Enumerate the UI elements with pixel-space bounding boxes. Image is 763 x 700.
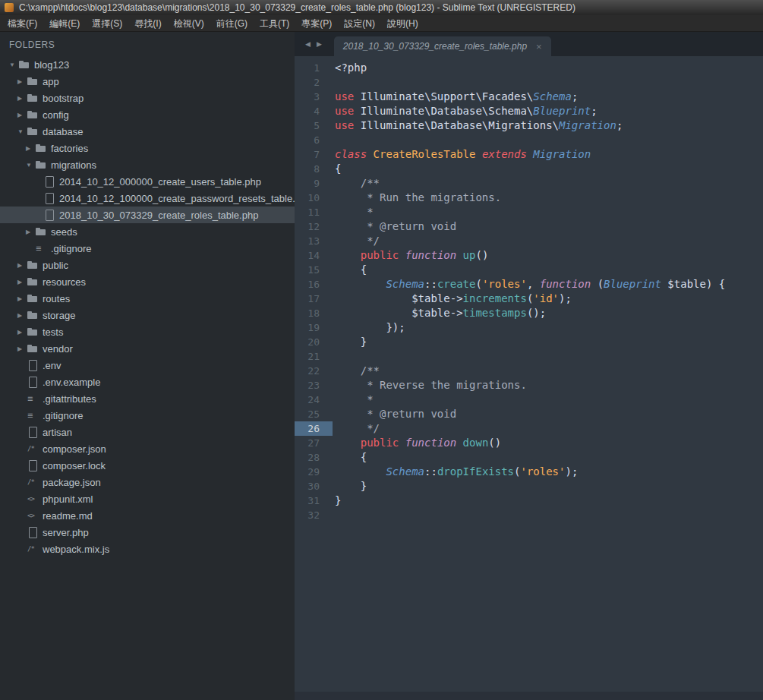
code-line-32[interactable]: 32 — [295, 508, 763, 522]
horizontal-scrollbar[interactable] — [295, 692, 763, 700]
code-line-17[interactable]: 17 $table->increments('id'); — [295, 292, 763, 306]
expand-icon[interactable]: ▶ — [17, 262, 27, 269]
code-line-18[interactable]: 18 $table->timestamps(); — [295, 306, 763, 320]
code-line-14[interactable]: 14 public function up() — [295, 248, 763, 263]
code-line-19[interactable]: 19 }); — [295, 320, 763, 335]
code-line-25[interactable]: 25 * @return void — [295, 407, 763, 421]
tree-item-app[interactable]: ▶app — [0, 73, 295, 90]
code-line-22[interactable]: 22 /** — [295, 364, 763, 378]
tree-item-storage[interactable]: ▶storage — [0, 307, 295, 323]
tree-item-factories[interactable]: ▶factories — [0, 140, 295, 156]
code-line-11[interactable]: 11 * — [295, 205, 763, 219]
tree-item-2014-10-12-100000-create-password-resets-table-php[interactable]: 2014_10_12_100000_create_password_resets… — [0, 190, 295, 207]
title-bar[interactable]: C:\xampp\htdocs\blog123\database\migrati… — [0, 0, 763, 15]
tree-item--gitignore[interactable]: ≡.gitignore — [0, 407, 295, 424]
tree-item-label: app — [43, 76, 59, 87]
tree-item-composer-json[interactable]: /*composer.json — [0, 440, 295, 457]
tree-item-2014-10-12-000000-create-users-table-php[interactable]: 2014_10_12_000000_create_users_table.php — [0, 173, 295, 190]
file-icon: <> — [27, 493, 41, 504]
tree-item-config[interactable]: ▶config — [0, 106, 295, 123]
code-line-15[interactable]: 15 { — [295, 263, 763, 277]
tree-item-package-json[interactable]: /*package.json — [0, 474, 295, 490]
folder-tree: ▼blog123▶app▶bootstrap▶config▼database▶f… — [0, 56, 295, 557]
tree-item-server-php[interactable]: server.php — [0, 524, 295, 541]
code-line-31[interactable]: 31} — [295, 493, 763, 508]
tree-item--env-example[interactable]: .env.example — [0, 374, 295, 390]
code-line-12[interactable]: 12 * @return void — [295, 219, 763, 234]
menu-item[interactable]: 尋找(I) — [128, 15, 167, 32]
tree-item-database[interactable]: ▼database — [0, 123, 295, 140]
expand-icon[interactable]: ▶ — [17, 329, 27, 336]
code-line-1[interactable]: 1<?php — [295, 61, 763, 75]
tree-item-routes[interactable]: ▶routes — [0, 290, 295, 307]
code-line-26[interactable]: 26 */ — [295, 421, 763, 436]
expand-icon[interactable]: ▶ — [17, 78, 27, 85]
code-line-5[interactable]: 5use Illuminate\Database\Migrations\Migr… — [295, 118, 763, 133]
menu-item[interactable]: 檢視(V) — [168, 15, 210, 32]
code-line-10[interactable]: 10 * Run the migrations. — [295, 191, 763, 205]
menu-item[interactable]: 檔案(F) — [2, 15, 43, 32]
line-number: 21 — [295, 349, 333, 364]
code-line-8[interactable]: 8{ — [295, 162, 763, 176]
tree-item--env[interactable]: .env — [0, 357, 295, 374]
tree-item-tests[interactable]: ▶tests — [0, 323, 295, 340]
folder-icon — [27, 93, 41, 103]
tree-item-resources[interactable]: ▶resources — [0, 273, 295, 290]
collapse-icon[interactable]: ▼ — [9, 61, 19, 68]
tree-item-phpunit-xml[interactable]: <>phpunit.xml — [0, 490, 295, 507]
expand-icon[interactable]: ▶ — [26, 229, 36, 235]
expand-icon[interactable]: ▶ — [17, 95, 27, 102]
tab-back-icon[interactable]: ◀ — [305, 40, 311, 48]
line-number: 25 — [295, 407, 333, 421]
code-line-16[interactable]: 16 Schema::create('roles', function (Blu… — [295, 277, 763, 292]
tab-create-roles-table[interactable]: 2018_10_30_073329_create_roles_table.php… — [334, 36, 551, 56]
expand-icon[interactable]: ▶ — [17, 345, 27, 352]
tab-forward-icon[interactable]: ▶ — [317, 40, 322, 48]
code-line-6[interactable]: 6 — [295, 133, 763, 147]
expand-icon[interactable]: ▶ — [17, 312, 27, 319]
menu-item[interactable]: 專案(P) — [295, 15, 338, 32]
tab-close-icon[interactable]: × — [536, 42, 542, 52]
code-line-21[interactable]: 21 — [295, 349, 763, 364]
tree-item-seeds[interactable]: ▶seeds — [0, 223, 295, 240]
tree-item-2018-10-30-073329-create-roles-table-php[interactable]: 2018_10_30_073329_create_roles_table.php — [0, 207, 295, 223]
tree-item-readme-md[interactable]: <>readme.md — [0, 507, 295, 524]
menu-item[interactable]: 前往(G) — [210, 15, 254, 32]
code-editor[interactable]: 1<?php23use Illuminate\Support\Facades\S… — [295, 56, 763, 700]
code-line-4[interactable]: 4use Illuminate\Database\Schema\Blueprin… — [295, 104, 763, 118]
code-line-29[interactable]: 29 Schema::dropIfExists('roles'); — [295, 465, 763, 479]
code-line-2[interactable]: 2 — [295, 75, 763, 90]
tree-item--gitattributes[interactable]: ≡.gitattributes — [0, 390, 295, 407]
expand-icon[interactable]: ▶ — [17, 295, 27, 302]
collapse-icon[interactable]: ▼ — [26, 162, 36, 169]
tree-item-public[interactable]: ▶public — [0, 257, 295, 273]
expand-icon[interactable]: ▶ — [17, 279, 27, 285]
code-line-27[interactable]: 27 public function down() — [295, 436, 763, 450]
code-line-9[interactable]: 9 /** — [295, 176, 763, 191]
expand-icon[interactable]: ▶ — [17, 112, 27, 118]
menu-item[interactable]: 設定(N) — [338, 15, 381, 32]
tree-item--gitignore[interactable]: ≡.gitignore — [0, 240, 295, 257]
tree-item-composer-lock[interactable]: composer.lock — [0, 457, 295, 474]
code-line-13[interactable]: 13 */ — [295, 234, 763, 248]
menu-item[interactable]: 選擇(S) — [86, 15, 128, 32]
menu-item[interactable]: 編輯(E) — [43, 15, 86, 32]
tree-item-blog123[interactable]: ▼blog123 — [0, 56, 295, 73]
code-line-23[interactable]: 23 * Reverse the migrations. — [295, 378, 763, 393]
code-line-7[interactable]: 7class CreateRolesTable extends Migratio… — [295, 147, 763, 162]
tree-item-artisan[interactable]: artisan — [0, 424, 295, 440]
tree-item-migrations[interactable]: ▼migrations — [0, 156, 295, 173]
code-line-3[interactable]: 3use Illuminate\Support\Facades\Schema; — [295, 90, 763, 104]
expand-icon[interactable]: ▶ — [26, 145, 36, 152]
code-line-20[interactable]: 20 } — [295, 335, 763, 349]
code-text: $table->timestamps(); — [333, 307, 546, 319]
code-line-30[interactable]: 30 } — [295, 479, 763, 493]
code-line-24[interactable]: 24 * — [295, 393, 763, 407]
code-line-28[interactable]: 28 { — [295, 450, 763, 465]
menu-item[interactable]: 工具(T) — [254, 15, 295, 32]
tree-item-webpack-mix-js[interactable]: /*webpack.mix.js — [0, 541, 295, 557]
menu-item[interactable]: 說明(H) — [381, 15, 424, 32]
tree-item-vendor[interactable]: ▶vendor — [0, 340, 295, 357]
tree-item-bootstrap[interactable]: ▶bootstrap — [0, 90, 295, 106]
collapse-icon[interactable]: ▼ — [17, 128, 27, 135]
